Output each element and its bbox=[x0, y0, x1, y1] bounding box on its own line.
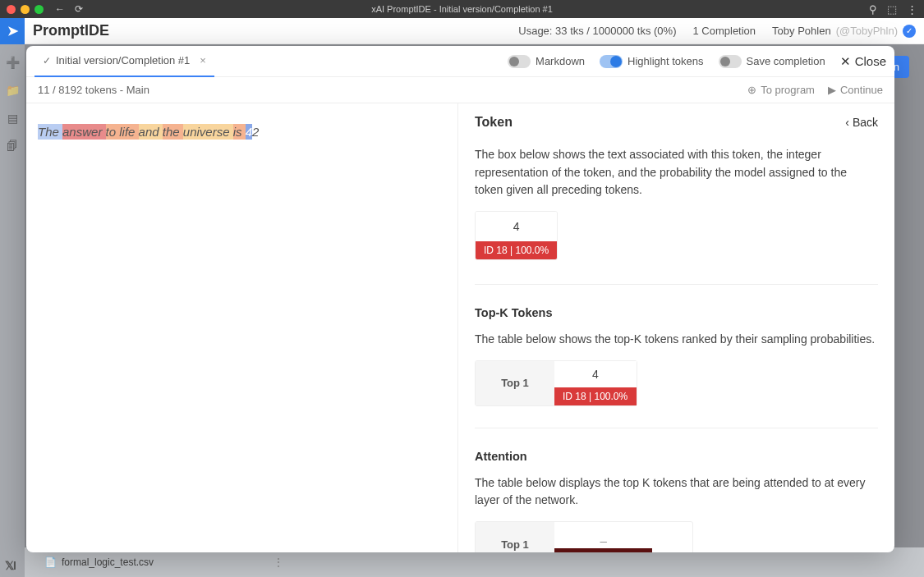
opt-markdown[interactable]: Markdown bbox=[508, 55, 585, 68]
token[interactable]: to bbox=[106, 124, 120, 140]
completion-modal: ✓ Initial version/Completion #1 × Markdo… bbox=[26, 46, 894, 552]
user-handle: (@TobyPhln) bbox=[836, 25, 898, 37]
search-icon[interactable]: ⚲ bbox=[869, 3, 877, 16]
toggle-highlight[interactable] bbox=[600, 55, 623, 68]
token[interactable]: answer bbox=[62, 124, 106, 140]
attn-title: Attention bbox=[475, 450, 878, 463]
chip-text: 4 bbox=[476, 212, 557, 241]
menu-icon[interactable]: ⋮ bbox=[907, 3, 917, 16]
opt-highlight[interactable]: Highlight tokens bbox=[600, 55, 704, 68]
xai-logo-icon: 𝕏I bbox=[5, 559, 16, 572]
window-title: xAI PromptIDE - Initial version/Completi… bbox=[371, 4, 553, 14]
rank-label: Top 1 bbox=[476, 522, 554, 552]
inspector-panel: The box below shows the text associated … bbox=[458, 103, 894, 552]
app-header: ➤ PromptIDE Usage: 33 tks / 1000000 tks … bbox=[0, 18, 924, 44]
sub-bar: 11 / 8192 tokens - Main ⊕ To program ▶ C… bbox=[26, 77, 894, 103]
token[interactable]: is bbox=[233, 124, 246, 140]
usage-label: Usage: 33 tks / 1000000 tks (0%) bbox=[518, 25, 676, 37]
attention-section: Attention The table below displays the t… bbox=[475, 450, 878, 552]
token-desc: The box below shows the text associated … bbox=[475, 146, 878, 199]
table-row: Top 1 _ ID 130089 | 88.3% bbox=[476, 522, 692, 552]
reload-icon[interactable]: ⟳ bbox=[75, 3, 83, 15]
token[interactable]: 2 bbox=[252, 124, 259, 140]
app-logo-icon[interactable]: ➤ bbox=[0, 18, 25, 44]
table-row: Top 1 4 ID 18 | 100.0% bbox=[476, 361, 637, 405]
verified-icon: ✓ bbox=[903, 25, 916, 38]
opt-save[interactable]: Save completion bbox=[719, 55, 825, 68]
close-tab-icon[interactable]: × bbox=[200, 54, 206, 66]
close-icon[interactable] bbox=[7, 5, 16, 14]
rank-label: Top 1 bbox=[476, 361, 554, 405]
attn-desc: The table below displays the top K token… bbox=[475, 474, 878, 510]
token[interactable]: and bbox=[139, 124, 163, 140]
topk-title: Top-K Tokens bbox=[475, 306, 878, 319]
attention-table: Top 1 _ ID 130089 | 88.3% Top 2 _is ID 3… bbox=[475, 521, 693, 552]
window-titlebar: ← ⟳ xAI PromptIDE - Initial version/Comp… bbox=[0, 0, 924, 18]
open-file[interactable]: 📄 formal_logic_test.csv⋮ bbox=[44, 556, 283, 568]
continue-button[interactable]: ▶ Continue bbox=[828, 84, 883, 96]
close-button[interactable]: ✕ Close bbox=[840, 54, 886, 69]
topk-desc: The table below shows the top-K tokens r… bbox=[475, 331, 878, 349]
x-icon: ✕ bbox=[840, 54, 851, 69]
files-icon[interactable]: ▤ bbox=[7, 112, 18, 125]
chip-id: ID 18 | 100.0% bbox=[476, 241, 557, 259]
tab-bar: ✓ Initial version/Completion #1 × Markdo… bbox=[26, 46, 894, 77]
token-chip: 4 ID 18 | 100.0% bbox=[475, 211, 558, 260]
topk-section: Top-K Tokens The table below shows the t… bbox=[475, 306, 878, 406]
nav-back-icon[interactable]: ← bbox=[55, 3, 65, 15]
play-icon: ▶ bbox=[828, 84, 836, 96]
token-counter: 11 / 8192 tokens - Main bbox=[38, 84, 149, 96]
toggle-markdown[interactable] bbox=[508, 55, 531, 68]
tk-id: ID 130089 | 88.3% bbox=[554, 548, 652, 552]
completion-count[interactable]: 1 Completion bbox=[692, 25, 756, 37]
tab-completion-1[interactable]: ✓ Initial version/Completion #1 × bbox=[34, 46, 214, 77]
back-button[interactable]: ‹ Back bbox=[845, 116, 878, 129]
token[interactable]: life bbox=[119, 124, 138, 140]
add-icon[interactable]: ➕ bbox=[6, 56, 20, 69]
to-program-button[interactable]: ⊕ To program bbox=[747, 84, 815, 96]
plus-circle-icon: ⊕ bbox=[747, 84, 756, 96]
chevron-left-icon: ‹ bbox=[845, 116, 849, 129]
extensions-icon[interactable]: ⬚ bbox=[887, 3, 897, 16]
inspector-title: Token bbox=[475, 115, 513, 130]
minimize-icon[interactable] bbox=[21, 5, 30, 14]
token-selected[interactable]: 4 bbox=[246, 124, 252, 140]
doc-icon[interactable]: 🗐 bbox=[7, 140, 18, 153]
tab-label: Initial version/Completion #1 bbox=[56, 54, 190, 66]
tk-text: 4 bbox=[554, 361, 637, 387]
token[interactable]: universe bbox=[183, 124, 233, 140]
tk-text: _ bbox=[554, 522, 652, 548]
folder-icon[interactable]: 📁 bbox=[6, 84, 20, 97]
user-name[interactable]: Toby Pohlen bbox=[772, 25, 831, 37]
check-icon: ✓ bbox=[43, 55, 51, 66]
topk-table: Top 1 4 ID 18 | 100.0% bbox=[475, 360, 637, 406]
token[interactable]: the bbox=[163, 124, 183, 140]
sidebar-rail: ➕ 📁 ▤ 🗐 bbox=[0, 44, 25, 577]
tk-id: ID 18 | 100.0% bbox=[554, 387, 637, 405]
app-title: PromptIDE bbox=[33, 22, 109, 39]
prompt-panel: The answer to life and the universe is 4… bbox=[26, 103, 458, 552]
toggle-save[interactable] bbox=[719, 55, 742, 68]
token[interactable]: The bbox=[38, 124, 62, 140]
prompt-text[interactable]: The answer to life and the universe is 4… bbox=[38, 123, 446, 140]
traffic-lights bbox=[7, 5, 44, 14]
zoom-icon[interactable] bbox=[34, 5, 44, 14]
